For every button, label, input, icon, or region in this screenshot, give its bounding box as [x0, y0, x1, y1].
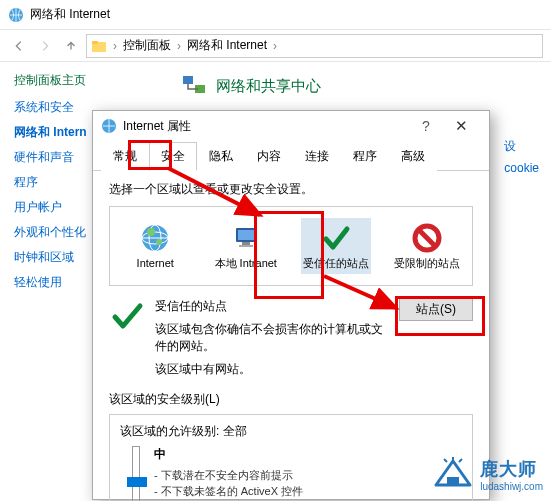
cp-title: 网络和 Internet [30, 6, 110, 23]
trusted-sub: 该区域中有网站。 [155, 362, 389, 377]
trusted-section: 受信任的站点 该区域包含你确信不会损害你的计算机或文件的网站。 该区域中有网站。… [109, 298, 473, 377]
tab-advanced[interactable]: 高级 [389, 142, 437, 171]
sidebar-link-7[interactable]: 轻松使用 [14, 274, 100, 291]
trusted-text: 受信任的站点 该区域包含你确信不会损害你的计算机或文件的网站。 该区域中有网站。 [155, 298, 389, 377]
sidebar-link-6[interactable]: 时钟和区域 [14, 249, 100, 266]
level-bullet-1: - 不下载未签名的 ActiveX 控件 [154, 483, 462, 500]
zone-label: Internet [137, 257, 174, 270]
sidebar-link-1[interactable]: 网络和 Intern [14, 124, 100, 141]
dialog-titlebar[interactable]: Internet 属性 ? ✕ [93, 111, 489, 141]
dialog-tabs: 常规 安全 隐私 内容 连接 程序 高级 [93, 141, 489, 171]
zone-restricted[interactable]: 受限制的站点 [392, 218, 462, 274]
right-link-0[interactable]: 设 [504, 138, 539, 155]
crumb-sep: › [111, 39, 119, 53]
trusted-checkmark-icon [109, 298, 145, 334]
sidebar-link-0[interactable]: 系统和安全 [14, 99, 100, 116]
svg-point-9 [147, 228, 155, 236]
sites-button-wrap: 站点(S) [399, 298, 473, 377]
sidebar-link-5[interactable]: 外观和个性化 [14, 224, 100, 241]
dialog-title: Internet 属性 [123, 118, 411, 135]
network-icon [8, 7, 24, 23]
svg-rect-2 [92, 41, 98, 44]
checkmark-icon [320, 222, 352, 254]
sidebar-link-4[interactable]: 用户帐户 [14, 199, 100, 216]
level-box: 该区域的允许级别: 全部 中 - 下载潜在不安全内容前提示 - 不下载未签名的 … [109, 414, 473, 502]
cp-right-links: 设 cookie [504, 138, 539, 181]
tab-privacy[interactable]: 隐私 [197, 142, 245, 171]
level-title: 该区域的安全级别(L) [109, 391, 473, 408]
right-link-1[interactable]: cookie [504, 161, 539, 175]
zone-label: 受信任的站点 [303, 257, 369, 270]
dialog-content: 选择一个区域以查看或更改安全设置。 Internet 本地 Intranet 受… [93, 171, 489, 501]
trusted-title: 受信任的站点 [155, 298, 389, 315]
breadcrumb[interactable]: › 控制面板 › 网络和 Internet › [86, 34, 543, 58]
sidebar-link-3[interactable]: 程序 [14, 174, 100, 191]
globe-icon [139, 222, 171, 254]
level-allow: 该区域的允许级别: 全部 [120, 423, 462, 440]
cp-titlebar: 网络和 Internet [0, 0, 551, 30]
nav-up-button[interactable] [60, 35, 82, 57]
level-name: 中 [154, 446, 462, 463]
network-center-icon [180, 72, 208, 100]
svg-point-10 [156, 239, 162, 245]
svg-rect-3 [183, 76, 193, 84]
crumb-2[interactable]: 网络和 Internet [187, 37, 267, 54]
folder-icon [91, 38, 107, 54]
dialog-help-button[interactable]: ? [411, 118, 441, 134]
level-info: 中 - 下载潜在不安全内容前提示 - 不下载未签名的 ActiveX 控件 [154, 446, 462, 500]
tab-programs[interactable]: 程序 [341, 142, 389, 171]
zone-prompt: 选择一个区域以查看或更改安全设置。 [109, 181, 473, 198]
sites-button[interactable]: 站点(S) [399, 298, 473, 321]
zones-list: Internet 本地 Intranet 受信任的站点 受限制的站点 [109, 206, 473, 286]
tab-connections[interactable]: 连接 [293, 142, 341, 171]
trusted-desc: 该区域包含你确信不会损害你的计算机或文件的网站。 [155, 321, 389, 356]
cp-heading-text[interactable]: 网络和共享中心 [216, 77, 321, 96]
slider-thumb[interactable] [127, 477, 147, 487]
tab-general[interactable]: 常规 [101, 142, 149, 171]
svg-rect-13 [242, 242, 250, 245]
zone-label: 本地 Intranet [215, 257, 277, 270]
slider-row: 中 - 下载潜在不安全内容前提示 - 不下载未签名的 ActiveX 控件 [120, 446, 462, 502]
zone-trusted[interactable]: 受信任的站点 [301, 218, 371, 274]
prohibited-icon [411, 222, 443, 254]
cp-home-link[interactable]: 控制面板主页 [14, 72, 100, 89]
computer-icon [230, 222, 262, 254]
internet-options-icon [101, 118, 117, 134]
crumb-1[interactable]: 控制面板 [123, 37, 171, 54]
svg-rect-12 [238, 230, 254, 240]
zone-internet[interactable]: Internet [120, 218, 190, 274]
sidebar-link-2[interactable]: 硬件和声音 [14, 149, 100, 166]
cp-address-bar: › 控制面板 › 网络和 Internet › [0, 30, 551, 62]
cp-heading: 网络和共享中心 [180, 72, 551, 100]
dialog-close-button[interactable]: ✕ [441, 117, 481, 135]
crumb-sep: › [271, 39, 279, 53]
internet-properties-dialog: Internet 属性 ? ✕ 常规 安全 隐私 内容 连接 程序 高级 选择一… [92, 110, 490, 500]
crumb-sep: › [175, 39, 183, 53]
zone-label: 受限制的站点 [394, 257, 460, 270]
level-bullet-0: - 下载潜在不安全内容前提示 [154, 467, 462, 484]
svg-rect-14 [239, 245, 253, 247]
security-level-slider[interactable] [132, 446, 140, 502]
zone-intranet[interactable]: 本地 Intranet [211, 218, 281, 274]
tab-security[interactable]: 安全 [149, 142, 197, 171]
nav-forward-button[interactable] [34, 35, 56, 57]
cp-sidebar: 控制面板主页 系统和安全 网络和 Intern 硬件和声音 程序 用户帐户 外观… [0, 62, 100, 309]
tab-content[interactable]: 内容 [245, 142, 293, 171]
security-level-section: 该区域的安全级别(L) 该区域的允许级别: 全部 中 - 下载潜在不安全内容前提… [109, 391, 473, 502]
nav-back-button[interactable] [8, 35, 30, 57]
